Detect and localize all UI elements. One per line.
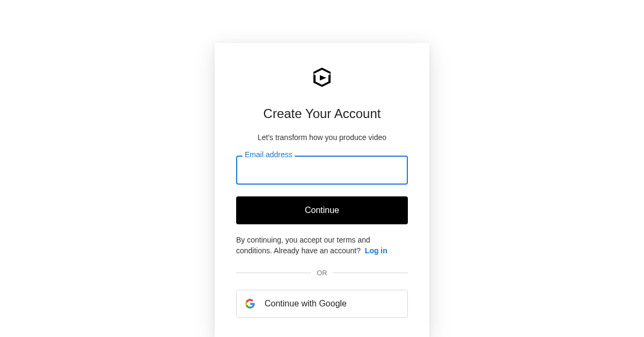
- divider-line-left: [236, 273, 311, 273]
- login-link[interactable]: Log in: [365, 246, 387, 255]
- continue-button[interactable]: Continue: [236, 196, 408, 224]
- legal-copy: By continuing, you accept our terms and …: [236, 236, 370, 255]
- page-title: Create Your Account: [264, 106, 381, 121]
- email-label: Email address: [243, 151, 295, 158]
- google-icon: [245, 299, 255, 309]
- divider: OR: [236, 269, 408, 277]
- page-subtitle: Let's transform how you produce video: [258, 133, 386, 142]
- email-field-wrap: Email address: [236, 156, 408, 185]
- continue-with-google-button[interactable]: Continue with Google: [236, 290, 408, 318]
- signup-card: Create Your Account Let's transform how …: [215, 43, 429, 337]
- divider-line-right: [333, 273, 408, 273]
- divider-label: OR: [311, 269, 333, 277]
- google-button-label: Continue with Google: [265, 299, 347, 309]
- legal-text: By continuing, you accept our terms and …: [236, 235, 408, 256]
- brand-logo-icon: [311, 67, 333, 91]
- email-input[interactable]: [236, 156, 408, 185]
